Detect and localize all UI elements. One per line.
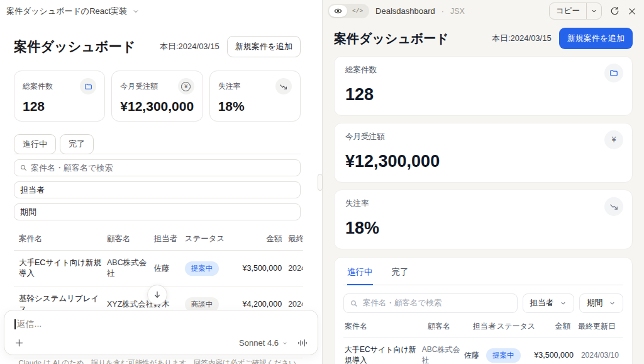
col-client: 顧客名 bbox=[428, 321, 473, 332]
preview-search-input[interactable]: 案件名・顧客名で検索 bbox=[14, 159, 301, 176]
stat-label: 今月受注額 bbox=[345, 132, 621, 142]
deal-updated: 2024/03/10 bbox=[288, 264, 303, 273]
preview-owner-filter[interactable]: 担当者 bbox=[14, 181, 301, 198]
select-value: 担当者 bbox=[530, 298, 554, 309]
deal-amount: ¥3,500,000 bbox=[534, 351, 574, 360]
stat-value: 128 bbox=[23, 99, 96, 114]
deals-tabs: 進行中 完了 bbox=[343, 266, 623, 285]
voice-input-button[interactable] bbox=[297, 338, 308, 348]
stat-card-loss-rate: 失注率 18% bbox=[334, 190, 633, 249]
text-cursor bbox=[14, 319, 16, 329]
deal-name: 大手ECサイト向け新規導入 bbox=[345, 344, 422, 364]
tab-done[interactable]: 完了 bbox=[60, 134, 94, 154]
artifact-title: Dealsdashboard bbox=[375, 6, 435, 16]
stat-value: 18% bbox=[218, 99, 292, 114]
ai-disclaimer: Claude は AI のため、誤りを含む可能性があります。回答内容は必ずご確認… bbox=[0, 358, 322, 364]
stat-value: 128 bbox=[345, 85, 621, 105]
table-row[interactable]: 大手ECサイト向け新規導入 ABC株式会社 佐藤 提案中 ¥3,500,000 … bbox=[343, 338, 623, 364]
stat-card-total-deals: 総案件数 128 bbox=[14, 71, 105, 122]
col-client: 顧客名 bbox=[107, 234, 153, 244]
chevron-down-icon bbox=[609, 300, 616, 307]
stat-card-total-deals: 総案件数 128 bbox=[334, 56, 633, 116]
tab-in-progress[interactable]: 進行中 bbox=[14, 134, 56, 154]
search-input[interactable]: 案件名・顧客名で検索 bbox=[343, 293, 518, 313]
deal-updated: 2024/03/10 bbox=[581, 351, 622, 360]
stat-label: 今月受注額 bbox=[120, 81, 158, 92]
copy-options-button[interactable] bbox=[587, 5, 601, 17]
close-icon bbox=[628, 7, 636, 16]
stat-card-monthly-orders: 今月受注額 ¥ ¥12,300,000 bbox=[111, 71, 203, 122]
preview-today-date: 本日:2024/03/15 bbox=[160, 41, 219, 52]
stat-value: 18% bbox=[345, 219, 621, 238]
chevron-down-icon bbox=[282, 340, 288, 346]
deal-client: XYZ株式会社 bbox=[107, 299, 153, 310]
search-placeholder: 案件名・顧客名で検索 bbox=[31, 162, 113, 174]
conversation-title-menu[interactable]: 案件ダッシュボードのReact実装 bbox=[0, 0, 322, 17]
col-updated: 最終更新日 bbox=[578, 321, 622, 332]
code-icon: </> bbox=[352, 8, 363, 14]
deal-owner: 佐藤 bbox=[153, 263, 184, 274]
stat-value: ¥12,300,000 bbox=[120, 99, 194, 114]
col-name: 案件名 bbox=[19, 234, 107, 244]
status-badge: 提案中 bbox=[185, 261, 219, 276]
refresh-button[interactable] bbox=[610, 6, 619, 16]
col-owner: 担当者 bbox=[153, 234, 184, 244]
plus-icon bbox=[14, 338, 24, 348]
col-updated: 最終更新日 bbox=[288, 234, 303, 244]
close-artifact-button[interactable] bbox=[628, 7, 636, 16]
chevron-down-icon bbox=[132, 8, 140, 15]
preview-period-filter[interactable]: 期間 bbox=[14, 203, 301, 220]
preview-code-toggle: </> bbox=[328, 4, 369, 18]
col-owner: 担当者 bbox=[473, 321, 497, 332]
chevron-down-icon bbox=[591, 8, 597, 14]
table-header-row: 案件名 顧客名 担当者 ステータス 金額 最終更新日 bbox=[14, 231, 303, 251]
table-row[interactable]: 大手ECサイト向け新規導入 ABC株式会社 佐藤 提案中 ¥3,500,000 … bbox=[14, 251, 303, 287]
folder-icon bbox=[80, 78, 96, 94]
col-amount: 金額 bbox=[548, 321, 570, 332]
status-badge: 提案中 bbox=[486, 348, 521, 363]
stat-card-loss-rate: 失注率 18% bbox=[209, 71, 301, 122]
col-amount: 金額 bbox=[240, 234, 282, 244]
artifact-language: JSX bbox=[450, 7, 465, 16]
artifact-pane: </> Dealsdashboard · JSX コピー bbox=[322, 0, 644, 364]
composer-placeholder: 返信... bbox=[17, 319, 42, 330]
deal-status: 提案中 bbox=[486, 348, 534, 363]
artifact-separator: · bbox=[441, 7, 444, 16]
deal-owner: 佐藤 bbox=[464, 350, 486, 361]
waveform-icon bbox=[297, 338, 308, 348]
stat-card-monthly-orders: 今月受注額 ¥ ¥12,300,000 bbox=[334, 123, 633, 183]
preview-toggle-button[interactable] bbox=[329, 5, 347, 17]
model-name: Sonnet 4.6 bbox=[239, 338, 279, 348]
table-header-row: 案件名 顧客名 担当者 ステータス 金額 最終更新日 bbox=[343, 321, 623, 338]
deal-name: 大手ECサイト向け新規導入 bbox=[19, 258, 107, 279]
owner-filter-select[interactable]: 担当者 bbox=[523, 293, 575, 313]
panel-resize-handle[interactable] bbox=[318, 174, 323, 191]
tab-done[interactable]: 完了 bbox=[392, 266, 409, 285]
reply-composer[interactable]: 返信... Sonnet 4.6 bbox=[4, 310, 318, 355]
attach-plus-button[interactable] bbox=[14, 338, 24, 348]
search-icon bbox=[350, 300, 358, 307]
col-name: 案件名 bbox=[345, 321, 428, 332]
chevron-down-icon bbox=[560, 300, 567, 307]
period-filter-select[interactable]: 期間 bbox=[579, 293, 623, 313]
preview-tabs: 進行中 完了 bbox=[14, 134, 301, 154]
copy-label[interactable]: コピー bbox=[550, 3, 587, 19]
col-status: ステータス bbox=[185, 234, 241, 244]
scroll-to-bottom-button[interactable] bbox=[147, 285, 167, 305]
preview-stat-cards: 総案件数 128 今月受注額 ¥ ¥12,300,000 bbox=[14, 71, 301, 122]
artifact-render-area: 案件ダッシュボード 本日:2024/03/15 新規案件を追加 総案件数 128… bbox=[323, 20, 644, 364]
chat-pane: 案件ダッシュボードのReact実装 案件ダッシュボード 本日:2024/03/1… bbox=[0, 0, 322, 364]
preview-add-deal-button[interactable]: 新規案件を追加 bbox=[227, 36, 301, 57]
stat-label: 総案件数 bbox=[23, 81, 53, 92]
eye-icon bbox=[334, 7, 342, 15]
stat-label: 失注率 bbox=[218, 81, 241, 92]
model-selector[interactable]: Sonnet 4.6 bbox=[239, 338, 288, 348]
deal-updated: 2024/03/12 bbox=[288, 300, 303, 309]
code-toggle-button[interactable]: </> bbox=[347, 6, 368, 16]
refresh-icon bbox=[610, 6, 619, 16]
copy-split-button[interactable]: コピー bbox=[549, 3, 602, 20]
arrow-down-icon bbox=[153, 290, 162, 299]
add-deal-button[interactable]: 新規案件を追加 bbox=[559, 28, 633, 49]
deal-client: ABC株式会社 bbox=[422, 344, 464, 364]
tab-in-progress[interactable]: 進行中 bbox=[347, 266, 373, 285]
